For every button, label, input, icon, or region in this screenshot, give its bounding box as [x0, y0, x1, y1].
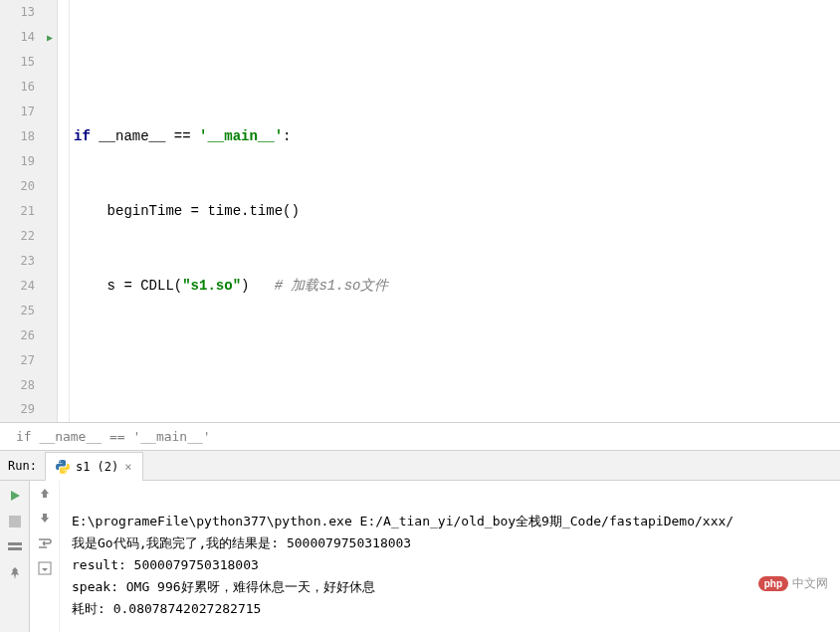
run-controls	[30, 481, 60, 632]
run-label: Run:	[0, 459, 45, 473]
run-tab-label: s1 (2)	[76, 460, 118, 474]
run-header: Run: s1 (2) ×	[0, 451, 840, 481]
svg-rect-2	[9, 516, 21, 527]
gutter-line[interactable]: 26	[0, 322, 57, 347]
gutter-line-runnable[interactable]: 14	[0, 25, 57, 50]
gutter-line[interactable]: 28	[0, 372, 57, 397]
close-icon[interactable]: ×	[124, 460, 131, 474]
svg-rect-4	[8, 547, 22, 550]
svg-point-0	[60, 460, 61, 461]
scroll-to-end-icon[interactable]	[38, 561, 52, 578]
watermark-badge: php	[758, 576, 788, 591]
string-literal: "s1.so"	[182, 278, 241, 294]
code-editor: 13 14 15 16 17 18 19 20 21 22 23 24 25 2…	[0, 0, 840, 423]
run-output[interactable]: E:\programeFile\python377\python.exe E:/…	[60, 481, 840, 632]
output-line: speak: OMG 996好累呀，难得休息一天，好好休息	[72, 579, 375, 594]
code-text: beginTime = time.time()	[74, 203, 300, 219]
breadcrumb-text: if __name__ == '__main__'	[16, 429, 211, 444]
code-text: s = CDLL(	[74, 278, 182, 294]
run-tab[interactable]: s1 (2) ×	[45, 452, 143, 481]
pin-icon[interactable]	[6, 564, 24, 582]
stop-icon[interactable]	[6, 513, 24, 530]
string-literal: '__main__'	[199, 128, 283, 144]
svg-rect-3	[8, 542, 22, 545]
layout-icon[interactable]	[6, 538, 24, 556]
gutter-line[interactable]: 29	[0, 397, 57, 422]
run-panel: Run: s1 (2) × E:\programeFile\python377\…	[0, 451, 840, 632]
python-icon	[56, 460, 70, 474]
wrap-icon[interactable]	[38, 536, 52, 551]
comment: # 加载s1.so文件	[249, 278, 388, 294]
up-arrow-icon[interactable]	[39, 487, 51, 502]
run-toolbar-left	[0, 481, 30, 632]
gutter-line[interactable]: 18	[0, 124, 57, 149]
gutter-line[interactable]: 16	[0, 75, 57, 100]
gutter-line[interactable]: 19	[0, 149, 57, 174]
code-area[interactable]: if __name__ == '__main__': beginTime = t…	[70, 0, 840, 422]
svg-point-1	[65, 472, 66, 473]
gutter-line[interactable]: 13	[0, 0, 57, 25]
gutter-line[interactable]: 21	[0, 199, 57, 224]
gutter-line[interactable]: 25	[0, 298, 57, 322]
output-line: E:\programeFile\python377\python.exe E:/…	[72, 514, 734, 528]
gutter-line[interactable]: 20	[0, 174, 57, 199]
watermark-text: 中文网	[792, 575, 828, 592]
gutter-line[interactable]: 15	[0, 50, 57, 75]
output-line: 我是Go代码,我跑完了,我的结果是: 5000079750318003	[72, 535, 411, 550]
code-text: :	[283, 128, 291, 144]
fold-strip[interactable]	[58, 0, 70, 422]
keyword: if	[74, 128, 91, 144]
run-body: E:\programeFile\python377\python.exe E:/…	[0, 481, 840, 632]
watermark: php 中文网	[758, 575, 828, 592]
output-line: 耗时: 0.08078742027282715	[72, 601, 261, 616]
rerun-icon[interactable]	[6, 487, 24, 505]
line-gutter: 13 14 15 16 17 18 19 20 21 22 23 24 25 2…	[0, 0, 58, 422]
output-line: result: 5000079750318003	[72, 557, 259, 572]
gutter-line[interactable]: 27	[0, 347, 57, 372]
gutter-line[interactable]: 23	[0, 248, 57, 273]
gutter-line[interactable]: 22	[0, 223, 57, 248]
gutter-line[interactable]: 17	[0, 100, 57, 124]
code-text: __name__ ==	[91, 128, 199, 144]
down-arrow-icon[interactable]	[39, 512, 51, 527]
gutter-line[interactable]: 24	[0, 273, 57, 298]
breadcrumb[interactable]: if __name__ == '__main__'	[0, 423, 840, 451]
